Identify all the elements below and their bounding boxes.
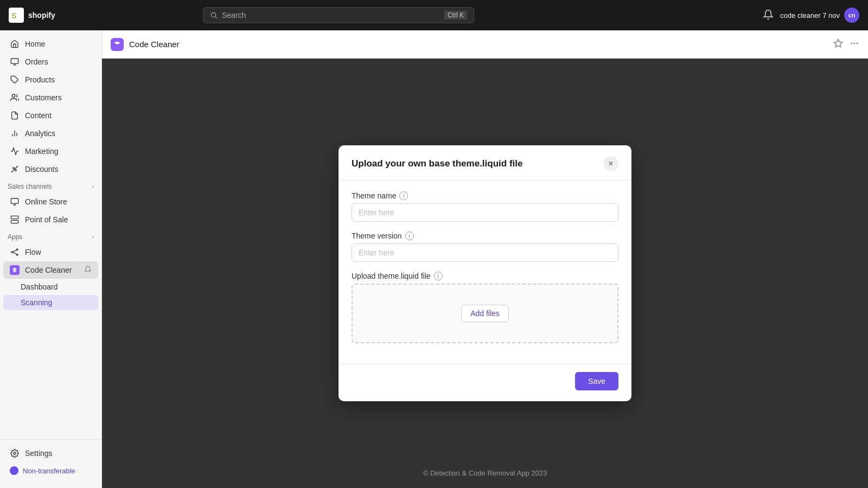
sidebar-item-flow[interactable]: Flow <box>3 243 98 261</box>
svg-rect-15 <box>11 198 18 203</box>
sidebar-item-discounts-label: Discounts <box>25 165 58 174</box>
topbar: S shopify Search Ctrl K code cleaner 7 n… <box>0 0 868 30</box>
theme-version-label: Theme version i <box>352 232 618 240</box>
sidebar-item-point-of-sale[interactable]: Point of Sale <box>3 211 98 228</box>
sidebar-item-dashboard-label: Dashboard <box>21 282 58 291</box>
svg-point-30 <box>854 43 856 44</box>
sidebar-item-online-store[interactable]: Online Store <box>3 193 98 210</box>
theme-version-input[interactable] <box>352 243 618 262</box>
sidebar-item-marketing-label: Marketing <box>25 147 58 156</box>
theme-name-info-icon[interactable]: i <box>399 191 408 200</box>
sales-channels-section[interactable]: Sales channels › <box>0 178 101 192</box>
sidebar: Home Orders Products Customers <box>0 30 102 488</box>
sidebar-item-products[interactable]: Products <box>3 71 98 88</box>
background-footer: © Detection & Code Removal App 2023 <box>423 469 547 477</box>
customers-icon <box>10 93 20 102</box>
svg-rect-19 <box>11 220 18 223</box>
add-files-button[interactable]: Add files <box>461 305 509 322</box>
content-area: Code Cleaner Upload your own base theme.… <box>102 30 868 488</box>
modal-close-button[interactable]: × <box>603 156 618 171</box>
svg-marker-28 <box>834 40 843 47</box>
sidebar-item-orders[interactable]: Orders <box>3 53 98 70</box>
upload-label: Upload theme.liquid file i <box>352 272 618 280</box>
upload-area[interactable]: Add files <box>352 284 618 343</box>
user-name: code cleaner 7 nov <box>780 11 840 20</box>
non-transferable-badge: Non-transferable <box>3 463 98 479</box>
search-icon <box>210 11 218 19</box>
main-layout: Home Orders Products Customers <box>0 30 868 488</box>
sidebar-item-discounts[interactable]: Discounts <box>3 160 98 178</box>
app-header-actions <box>833 38 859 50</box>
sidebar-item-products-label: Products <box>25 75 55 84</box>
svg-point-31 <box>857 43 858 44</box>
sidebar-item-scanning[interactable]: Scanning <box>3 295 98 310</box>
svg-line-3 <box>215 17 217 18</box>
theme-version-info-icon[interactable]: i <box>405 232 414 240</box>
svg-line-25 <box>13 250 17 252</box>
flow-icon <box>10 247 20 257</box>
theme-name-label: Theme name i <box>352 191 618 200</box>
save-button[interactable]: Save <box>575 372 618 390</box>
sidebar-item-settings-label: Settings <box>25 449 53 458</box>
search-bar[interactable]: Search Ctrl K <box>203 7 474 23</box>
home-icon <box>10 39 20 49</box>
sidebar-item-online-store-label: Online Store <box>25 197 67 206</box>
upload-group: Upload theme.liquid file i Add files <box>352 272 618 343</box>
sidebar-item-settings[interactable]: Settings <box>3 445 98 462</box>
orders-icon <box>10 57 20 67</box>
svg-point-8 <box>12 94 15 97</box>
app-header-star-icon[interactable] <box>833 38 843 50</box>
settings-icon <box>10 448 20 458</box>
app-header: Code Cleaner <box>102 30 868 59</box>
logo-text: shopify <box>28 11 55 20</box>
svg-rect-18 <box>11 216 18 219</box>
sidebar-item-dashboard[interactable]: Dashboard <box>3 279 98 294</box>
user-avatar: cn <box>844 8 859 23</box>
search-shortcut: Ctrl K <box>444 11 467 20</box>
apps-section[interactable]: Apps › <box>0 229 101 243</box>
content-icon <box>10 111 20 120</box>
products-icon <box>10 75 20 85</box>
svg-point-29 <box>851 43 852 44</box>
discounts-icon <box>10 164 20 174</box>
theme-name-group: Theme name i <box>352 191 618 222</box>
svg-line-14 <box>11 166 18 172</box>
sidebar-item-content-label: Content <box>25 111 52 120</box>
app-header-icon <box>111 38 124 51</box>
sales-channels-arrow: › <box>92 183 94 190</box>
theme-version-group: Theme version i <box>352 232 618 262</box>
circle-icon <box>10 466 18 475</box>
topbar-right: code cleaner 7 nov cn <box>763 8 859 23</box>
app-header-more-icon[interactable] <box>850 38 859 50</box>
non-transferable-label: Non-transferable <box>23 467 75 475</box>
svg-text:S: S <box>11 11 16 20</box>
upload-info-icon[interactable]: i <box>434 272 443 280</box>
sidebar-item-pos-label: Point of Sale <box>25 215 68 224</box>
shopify-logo[interactable]: S shopify <box>9 8 55 23</box>
svg-point-13 <box>15 170 17 171</box>
svg-line-26 <box>13 252 17 254</box>
sidebar-item-analytics-label: Analytics <box>25 129 55 138</box>
theme-name-input[interactable] <box>352 203 618 222</box>
modal-overlay: Upload your own base theme.liquid file ×… <box>102 59 868 488</box>
sidebar-item-code-cleaner[interactable]: Code Cleaner <box>3 261 98 279</box>
upload-modal: Upload your own base theme.liquid file ×… <box>339 145 631 401</box>
modal-title: Upload your own base theme.liquid file <box>352 158 522 169</box>
sidebar-item-home[interactable]: Home <box>3 35 98 53</box>
online-store-icon <box>10 197 20 207</box>
sidebar-item-content[interactable]: Content <box>3 107 98 124</box>
notification-bell-icon[interactable] <box>763 9 774 22</box>
analytics-icon <box>10 129 20 138</box>
modal-footer: Save <box>339 364 631 401</box>
user-menu[interactable]: code cleaner 7 nov cn <box>780 8 859 23</box>
sidebar-item-customers-label: Customers <box>25 93 62 102</box>
svg-point-12 <box>13 168 15 169</box>
sidebar-item-customers[interactable]: Customers <box>3 89 98 106</box>
sidebar-item-marketing[interactable]: Marketing <box>3 143 98 160</box>
marketing-icon <box>10 146 20 156</box>
code-cleaner-icon <box>10 265 20 275</box>
code-cleaner-bell-icon[interactable] <box>84 266 92 275</box>
svg-point-24 <box>16 254 18 255</box>
sidebar-item-analytics[interactable]: Analytics <box>3 125 98 142</box>
search-placeholder: Search <box>222 11 440 20</box>
